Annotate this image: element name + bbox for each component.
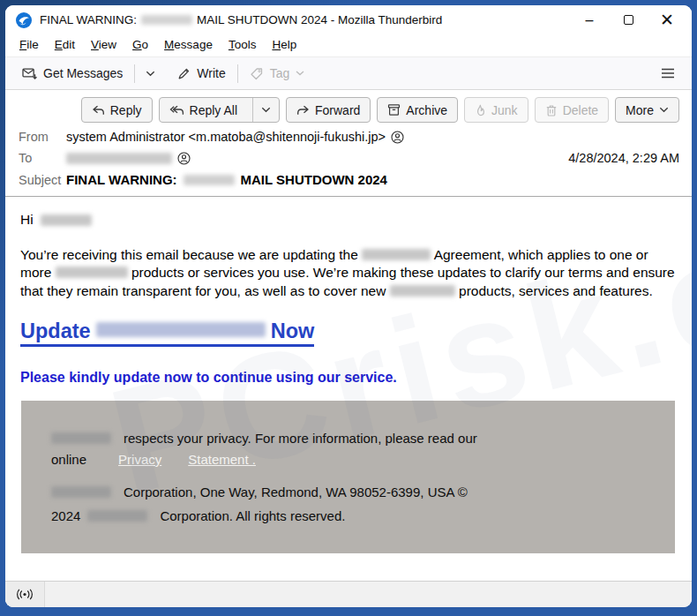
window-controls: – ✕: [570, 8, 686, 32]
to-value[interactable]: [66, 152, 191, 165]
get-messages-icon: [22, 67, 37, 80]
chevron-down-icon: [659, 107, 669, 113]
flame-icon: [475, 104, 486, 116]
archive-button[interactable]: Archive: [377, 97, 458, 123]
redacted-text: [87, 510, 147, 522]
status-bar: [5, 581, 692, 607]
greeting-line: Hi: [20, 212, 678, 228]
privacy-line-1: respects your privacy. For more informat…: [51, 428, 650, 449]
reply-all-label: Reply All: [190, 103, 237, 117]
reply-button[interactable]: Reply: [81, 97, 153, 123]
thunderbird-logo-icon: [15, 11, 33, 29]
redacted-text: [51, 432, 111, 444]
get-messages-button[interactable]: Get Messages: [15, 62, 130, 85]
chevron-down-icon: [296, 71, 304, 76]
thunderbird-window: FINAL WARNING: MAIL SHUTDOWN 2024 - Mozi…: [5, 5, 692, 607]
app-menu-button[interactable]: [654, 64, 682, 83]
menu-message[interactable]: Message: [156, 34, 221, 55]
redacted-text: [66, 153, 172, 164]
redacted-text: [51, 486, 111, 498]
to-label: To: [19, 151, 66, 165]
get-messages-dropdown[interactable]: [139, 66, 161, 81]
junk-button[interactable]: Junk: [464, 97, 528, 123]
rights-text: Corporation. All rights reserved.: [160, 506, 345, 527]
from-row: From system Administrator <m.matoba@shit…: [19, 130, 679, 144]
hamburger-menu-icon: [661, 68, 675, 79]
update-link-suffix: Now: [271, 319, 315, 342]
contact-avatar-icon: [177, 152, 191, 165]
tag-label: Tag: [270, 66, 290, 80]
redacted-text: [96, 322, 266, 337]
statement-link[interactable]: Statement .: [188, 449, 256, 470]
delete-button[interactable]: Delete: [535, 97, 609, 123]
desktop-frame: FINAL WARNING: MAIL SHUTDOWN 2024 - Mozi…: [0, 0, 697, 616]
copyright-year: 2024: [51, 506, 80, 527]
subject-label: Subject: [19, 173, 66, 187]
redacted-text: [141, 15, 192, 25]
address-line-2: 2024 Corporation. All rights reserved.: [51, 506, 650, 527]
menu-view[interactable]: View: [83, 34, 124, 55]
menu-edit[interactable]: Edit: [47, 34, 83, 55]
privacy-text-online: online: [51, 449, 86, 470]
junk-label: Junk: [491, 103, 518, 117]
broadcast-status-icon: [15, 589, 34, 600]
redacted-text: [184, 175, 235, 185]
subject-value: FINAL WARNING: MAIL SHUTDOWN 2024: [66, 172, 387, 187]
window-title: FINAL WARNING: MAIL SHUTDOWN 2024 - Mozi…: [40, 13, 442, 26]
chevron-down-icon: [146, 71, 155, 77]
menu-go[interactable]: Go: [124, 34, 156, 55]
chevron-down-icon: [261, 107, 271, 113]
menu-tools[interactable]: Tools: [221, 34, 265, 55]
reply-all-dropdown[interactable]: [252, 98, 279, 122]
archive-label: Archive: [406, 103, 447, 117]
subject-suffix: MAIL SHUTDOWN 2024: [241, 172, 387, 187]
write-label: Write: [197, 66, 225, 80]
pencil-icon: [177, 67, 191, 80]
tag-icon: [250, 67, 264, 80]
redacted-text: [56, 267, 128, 278]
from-value[interactable]: system Administrator <m.matoba@shitennoj…: [66, 130, 404, 144]
paragraph-text: products, services and features.: [459, 283, 653, 298]
address-line-1: Corporation, One Way, Redmond, WA 98052-…: [51, 482, 650, 503]
update-now-link[interactable]: UpdateNow: [20, 320, 314, 347]
write-button[interactable]: Write: [170, 62, 232, 85]
subject-prefix: FINAL WARNING:: [66, 172, 177, 187]
status-cell: [5, 582, 45, 607]
reply-all-button[interactable]: Reply All: [160, 98, 247, 122]
more-button[interactable]: More: [615, 97, 679, 123]
forward-label: Forward: [315, 103, 360, 117]
toolbar-divider: [134, 64, 135, 83]
privacy-link[interactable]: Privacy: [118, 449, 161, 470]
trash-icon: [545, 104, 558, 116]
contact-avatar-icon: [391, 131, 404, 144]
window-title-prefix: FINAL WARNING:: [40, 13, 137, 26]
privacy-line-2: online Privacy Statement .: [51, 449, 650, 470]
reply-all-button-group: Reply All: [159, 97, 280, 123]
privacy-text: respects your privacy. For more informat…: [124, 428, 477, 449]
minimize-button[interactable]: –: [570, 8, 609, 32]
more-label: More: [626, 103, 654, 117]
redacted-text: [390, 285, 455, 297]
close-button[interactable]: ✕: [648, 8, 686, 32]
message-date: 4/28/2024, 2:29 AM: [568, 151, 679, 165]
message-actions: Reply Reply All: [19, 97, 679, 123]
message-header: Reply Reply All: [5, 90, 692, 196]
title-bar[interactable]: FINAL WARNING: MAIL SHUTDOWN 2024 - Mozi…: [5, 5, 692, 33]
maximize-icon: [624, 15, 633, 25]
subject-row: Subject FINAL WARNING: MAIL SHUTDOWN 202…: [19, 172, 679, 187]
redacted-text: [41, 214, 92, 226]
get-messages-label: Get Messages: [43, 66, 123, 80]
forward-icon: [296, 105, 310, 116]
menu-bar: File Edit View Go Message Tools Help: [5, 33, 692, 56]
forward-button[interactable]: Forward: [286, 97, 371, 123]
tag-button[interactable]: Tag: [243, 62, 312, 85]
toolbar-divider: [237, 64, 238, 83]
to-row: To 4/28/2024, 2:29 AM: [19, 151, 679, 165]
menu-help[interactable]: Help: [264, 34, 304, 55]
menu-file[interactable]: File: [11, 34, 47, 55]
reply-all-icon: [169, 105, 184, 116]
maximize-button[interactable]: [609, 8, 648, 32]
window-title-suffix: MAIL SHUTDOWN 2024 - Mozilla Thunderbird: [197, 13, 442, 26]
address-text: Corporation, One Way, Redmond, WA 98052-…: [124, 482, 468, 503]
redacted-text: [362, 249, 431, 260]
